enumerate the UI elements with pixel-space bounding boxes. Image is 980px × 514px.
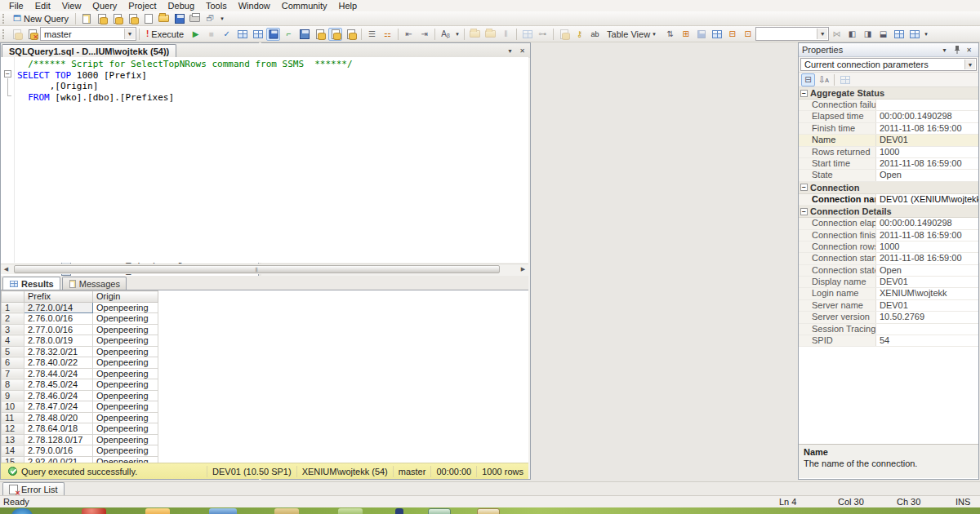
menu-item-edit[interactable]: Edit [29, 0, 56, 11]
cell-prefix[interactable]: 2.92.40.0/21 [24, 456, 93, 463]
row-number[interactable]: 8 [2, 379, 24, 391]
open-diagram-icon[interactable] [483, 28, 497, 41]
menu-item-tools[interactable]: Tools [200, 0, 233, 11]
row-number[interactable]: 11 [2, 412, 24, 423]
new-query-button[interactable]: 🗔 New Query [9, 11, 73, 25]
page-mid-icon[interactable]: ◨ [861, 28, 875, 41]
primary-key-icon[interactable]: ⊶ [536, 28, 550, 41]
parse-icon[interactable]: ✓ [220, 28, 234, 41]
property-row[interactable]: Elapsed time00:00:00.1490298 [799, 111, 978, 122]
editor-code[interactable]: /****** Script for SelectTopNRows comman… [17, 59, 353, 103]
group-by-icon[interactable]: ⋈ [830, 28, 844, 41]
menu-item-view[interactable]: View [56, 0, 87, 11]
cell-origin[interactable]: Openpeering [93, 445, 158, 457]
cell-prefix[interactable]: 2.78.0.0/19 [24, 335, 93, 347]
row-number[interactable]: 7 [2, 368, 24, 379]
table-row[interactable]: 152.92.40.0/21Openpeering [2, 456, 158, 463]
new-diagram-icon[interactable] [468, 28, 482, 41]
property-value[interactable] [876, 100, 978, 110]
table-row[interactable]: 22.76.0.0/16Openpeering [2, 313, 158, 325]
table-row[interactable]: 122.78.64.0/18Openpeering [2, 423, 158, 435]
property-row[interactable]: SPID54 [799, 335, 978, 347]
cell-origin[interactable]: Openpeering [93, 324, 158, 335]
property-row[interactable]: Server version10.50.2769 [799, 312, 978, 323]
print-icon[interactable] [188, 12, 202, 25]
property-row[interactable]: Connection elapsed tir00:00:00.1490298 [799, 218, 978, 229]
property-row[interactable]: Connection nameDEV01 (XENIUM\wojtekk) [799, 194, 978, 206]
add-table-icon[interactable]: ⊞ [679, 28, 693, 41]
taskbar-app-icon[interactable] [82, 508, 106, 514]
page-back-icon[interactable]: ◧ [845, 28, 859, 41]
table-row[interactable]: 92.78.46.0/24Openpeering [2, 390, 158, 401]
cell-prefix[interactable]: 2.78.40.0/22 [24, 357, 93, 369]
row-number[interactable]: 6 [2, 357, 24, 369]
include-actual-plan-icon[interactable]: ⌐ [282, 28, 296, 41]
toolbar-overflow-icon[interactable]: ▾ [218, 16, 226, 22]
property-value[interactable]: DEV01 [876, 300, 978, 311]
table-view-dropdown[interactable]: Table View ▾ [603, 27, 662, 41]
results-grid[interactable]: Prefix Origin 12.72.0.0/14Openpeering22.… [1, 290, 528, 463]
property-value[interactable]: 10.50.2769 [876, 312, 978, 322]
tab-messages[interactable]: Messages [62, 277, 127, 290]
property-value[interactable]: XENIUM\wojtekk [876, 288, 978, 299]
taskbar-app-icon[interactable] [274, 508, 299, 514]
cell-prefix[interactable]: 2.72.0.0/14 [24, 302, 93, 313]
close-document-icon[interactable]: ✕ [516, 45, 528, 56]
save-icon[interactable] [172, 12, 186, 25]
property-value[interactable]: DEV01 [876, 135, 978, 145]
taskbar-app-icon[interactable] [428, 508, 451, 514]
table-row[interactable]: 112.78.48.0/20Openpeering [2, 412, 158, 423]
increase-indent-icon[interactable]: ⇥ [417, 28, 431, 41]
source-control-icon[interactable]: 🗗 [203, 12, 217, 25]
property-row[interactable]: NameDEV01 [799, 135, 978, 146]
sort-icon[interactable]: ⇅ [663, 28, 677, 41]
row-number[interactable]: 4 [2, 335, 24, 347]
cell-prefix[interactable]: 2.78.47.0/24 [24, 401, 93, 413]
cell-origin[interactable]: Openpeering [93, 313, 158, 325]
cell-origin[interactable]: Openpeering [93, 335, 158, 347]
menu-item-file[interactable]: File [3, 0, 29, 11]
results-to-text-icon[interactable] [313, 28, 327, 41]
show-diagram-pane-icon[interactable] [710, 28, 724, 41]
taskbar-app-icon[interactable] [338, 508, 363, 514]
comment-lines-icon[interactable]: ☰ [365, 28, 379, 41]
tab-results[interactable]: Results [2, 277, 60, 290]
row-number[interactable]: 10 [2, 401, 24, 413]
menu-item-help[interactable]: Help [332, 0, 363, 11]
row-number[interactable]: 1 [2, 302, 24, 313]
specify-template-icon[interactable] [266, 28, 280, 41]
stop-icon[interactable]: ■ [204, 28, 218, 41]
category-collapse-icon[interactable]: − [800, 184, 808, 191]
property-value[interactable] [876, 324, 978, 335]
analyze-query-icon[interactable] [235, 28, 249, 41]
cell-origin[interactable]: Openpeering [93, 346, 158, 357]
show-sql-pane-icon[interactable]: ⊡ [741, 28, 755, 41]
row-number[interactable]: 14 [2, 445, 24, 457]
property-value[interactable]: 1000 [876, 147, 978, 157]
splitter-right[interactable] [793, 42, 795, 480]
toolbar-overflow-icon[interactable]: ▾ [922, 31, 930, 38]
table-row[interactable]: 52.78.32.0/21Openpeering [2, 346, 158, 357]
manage-indexes-icon[interactable] [520, 28, 534, 41]
cell-origin[interactable]: Openpeering [93, 379, 158, 391]
table-row[interactable]: 102.78.47.0/24Openpeering [2, 401, 158, 413]
cell-prefix[interactable]: 2.78.45.0/24 [24, 379, 93, 391]
page-fwd-icon[interactable]: ⬓ [876, 28, 890, 41]
cell-origin[interactable]: Openpeering [93, 434, 158, 445]
ab-text-icon[interactable]: ab [588, 28, 602, 41]
cell-prefix[interactable]: 2.76.0.0/16 [24, 313, 93, 325]
cell-origin[interactable]: Openpeering [93, 302, 158, 313]
row-number[interactable]: 12 [2, 423, 24, 435]
table-row[interactable]: 62.78.40.0/22Openpeering [2, 357, 158, 369]
categorized-icon[interactable]: ⊟ [801, 73, 815, 86]
cell-prefix[interactable]: 2.79.0.0/16 [24, 445, 93, 457]
active-files-dropdown-icon[interactable]: ▾ [504, 45, 516, 56]
show-criteria-pane-icon[interactable]: ⊟ [725, 28, 739, 41]
execute-button[interactable]: ! Execute [142, 27, 188, 41]
property-value[interactable]: Open [876, 170, 978, 180]
new-database-engine-query-icon[interactable] [95, 12, 109, 25]
cell-origin[interactable]: Openpeering [93, 456, 158, 463]
menu-item-query[interactable]: Query [87, 0, 122, 11]
table-row[interactable]: 82.78.45.0/24Openpeering [2, 379, 158, 391]
scroll-thumb[interactable]: ⦀ [14, 265, 500, 273]
